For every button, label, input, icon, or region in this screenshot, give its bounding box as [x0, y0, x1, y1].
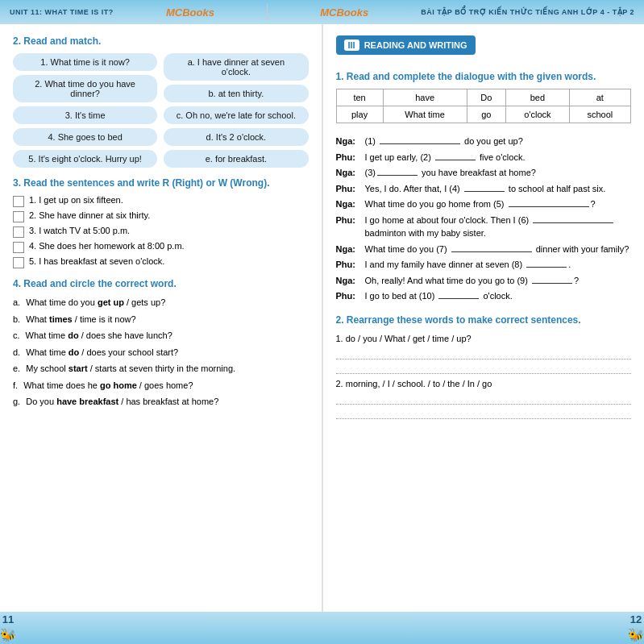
checkbox[interactable]: [13, 257, 24, 268]
blank-7[interactable]: [451, 251, 532, 252]
match-left-3: 3. It's time: [13, 106, 157, 124]
rearrange-section: 1. do / you / What / get / time / up? 2.…: [336, 334, 632, 419]
blank-2[interactable]: [435, 160, 476, 160]
section3-list: 1. I get up on six fifteen. 2. She have …: [13, 195, 309, 268]
rw-num: III: [344, 39, 359, 51]
checkbox[interactable]: [13, 211, 24, 222]
header-bar: UNIT 11: WHAT TIME IS IT? MCBooks MCBook…: [0, 0, 644, 24]
speaker-nga3: Nga:: [336, 197, 362, 211]
dots-line-2: [336, 395, 632, 405]
dialogue-line-7: Nga: What time do you (7) dinner with yo…: [336, 243, 632, 256]
list-item: 5. I has breakfast at seven o'clock.: [13, 256, 309, 268]
list-item: 3. I watch TV at 5:00 p.m.: [13, 226, 309, 238]
match-container: 1. What time is it now? 2. What time do …: [13, 53, 309, 168]
logo-right: MCBooks: [320, 6, 368, 19]
match-right-b: b. at ten thirty.: [164, 85, 308, 102]
section4-title: 4. Read and circle the correct word.: [13, 278, 309, 289]
word-cell: have: [383, 89, 467, 106]
dots-line-1: [336, 350, 632, 359]
dialogue-line-5: Nga: What time do you go home from (5) ?: [336, 197, 632, 211]
blank-9[interactable]: [532, 283, 572, 284]
list-item: 1. I get up on six fifteen.: [13, 195, 309, 207]
dialogue-line-2: Phu: I get up early, (2) five o'clock.: [336, 151, 632, 164]
unit-title: UNIT 11: WHAT TIME IS IT?: [10, 8, 114, 16]
dialogue-line-4: Phu: Yes, I do. After that, I (4) to sch…: [336, 182, 632, 196]
speaker-nga: Nga:: [336, 135, 362, 148]
checkbox[interactable]: [13, 226, 24, 238]
blank-3[interactable]: [377, 175, 418, 176]
page-number-left: 11 🐝: [0, 613, 16, 642]
word-cell: go: [467, 106, 506, 123]
speaker-phu2: Phu:: [336, 182, 362, 196]
word-cell: What time: [383, 106, 467, 123]
rw-label: READING AND WRITING: [364, 40, 467, 50]
word-bank-table: ten have Do bed at play What time go o'c…: [336, 89, 632, 123]
list-item: f. What time does he go home / goes home…: [13, 379, 309, 393]
match-right-a: a. I have dinner at seven o'clock.: [164, 53, 308, 81]
word-cell: ten: [336, 89, 383, 106]
match-left-2: 2. What time do you have dinner?: [13, 75, 157, 102]
dots-line-2b: [336, 409, 632, 419]
list-item: 4. She does her homework at 8:00 p.m.: [13, 241, 309, 253]
reading-writing-header: III READING AND WRITING: [336, 35, 476, 55]
match-left: 1. What time is it now? 2. What time do …: [13, 53, 157, 168]
blank-8[interactable]: [526, 267, 567, 268]
speaker-phu5: Phu:: [336, 289, 362, 303]
speaker-nga2: Nga:: [336, 166, 362, 180]
page-number-right: 12 🐝: [628, 613, 644, 642]
section2-title: 2. Read and match.: [13, 35, 309, 47]
word-cell: at: [569, 89, 630, 106]
list-item: e. My school start / starts at seven thi…: [13, 362, 309, 376]
word-bank-row1: ten have Do bed at: [336, 89, 631, 106]
blank-6[interactable]: [533, 222, 613, 223]
list-item: d. What time do / does your school start…: [13, 346, 309, 359]
checkbox[interactable]: [13, 242, 24, 253]
list-item: g. Do you have breakfast / has breakfast…: [13, 395, 309, 409]
blank-4[interactable]: [464, 191, 505, 192]
blank-10[interactable]: [438, 298, 479, 299]
bee-icon-left: 🐝: [0, 627, 16, 642]
section4-list: a. What time do you get up / gets up? b.…: [13, 296, 309, 409]
match-left-1: 1. What time is it now?: [13, 53, 157, 71]
dialogue-line-9: Nga: Oh, really! And what time do you go…: [336, 274, 632, 288]
speaker-nga4: Nga:: [336, 243, 362, 256]
logo-left: MCBooks: [166, 6, 214, 19]
section3-title: 3. Read the sentences and write R (Right…: [13, 177, 309, 189]
blank-5[interactable]: [509, 206, 589, 207]
bottom-bar: 11 🐝 12 🐝: [0, 612, 644, 644]
speaker-phu4: Phu:: [336, 258, 362, 272]
checkbox[interactable]: [13, 196, 24, 207]
match-left-4: 4. She goes to bed: [13, 128, 157, 146]
dialogue-section: Nga: (1) do you get up? Phu: I get up ea…: [336, 135, 632, 303]
left-page: 2. Read and match. 1. What time is it no…: [0, 24, 322, 612]
word-cell: play: [336, 106, 383, 123]
dots-line-1b: [336, 364, 632, 374]
match-right-e: e. for breakfast.: [164, 150, 308, 168]
word-cell: bed: [506, 89, 570, 106]
right-section2-title: 2. Rearrange these words to make correct…: [336, 314, 632, 326]
speaker-phu: Phu:: [336, 151, 362, 164]
dialogue-line-8: Phu: I and my family have dinner at seve…: [336, 258, 632, 272]
right-section1-title: 1. Read and complete the dialogue with t…: [336, 71, 632, 82]
book-title: BÀI TẬP BỔ TRỢ KIẾN THỨC TIẾNG ANH LỚP 4…: [421, 8, 634, 16]
bee-icon-right: 🐝: [628, 627, 644, 642]
match-right: a. I have dinner at seven o'clock. b. at…: [164, 53, 308, 168]
match-right-d: d. It's 2 o'clock.: [164, 128, 308, 146]
word-bank-row2: play What time go o'clock school: [336, 106, 631, 123]
right-page: III READING AND WRITING 1. Read and comp…: [323, 24, 645, 612]
blank-1[interactable]: [380, 143, 460, 144]
dialogue-line-10: Phu: I go to bed at (10) o'clock.: [336, 289, 632, 303]
dialogue-line-6: Phu: I go home at about four o'clock. Th…: [336, 214, 632, 240]
dialogue-line-3: Nga: (3) you have breakfast at home?: [336, 166, 632, 180]
word-cell: o'clock: [506, 106, 570, 123]
match-left-5: 5. It's eight o'clock. Hurry up!: [13, 150, 157, 168]
list-item: b. What times / time is it now?: [13, 313, 309, 326]
list-item: a. What time do you get up / gets up?: [13, 296, 309, 310]
list-item: c. What time do / does she have lunch?: [13, 329, 309, 343]
speaker-nga5: Nga:: [336, 274, 362, 288]
word-cell: Do: [467, 89, 506, 106]
list-item: 2. She have dinner at six thirty.: [13, 210, 309, 222]
rearrange-item-2: 2. morning, / I / school. / to / the / I…: [336, 379, 632, 388]
match-right-c: c. Oh no, we're late for school.: [164, 106, 308, 124]
rearrange-item-1: 1. do / you / What / get / time / up?: [336, 334, 632, 343]
